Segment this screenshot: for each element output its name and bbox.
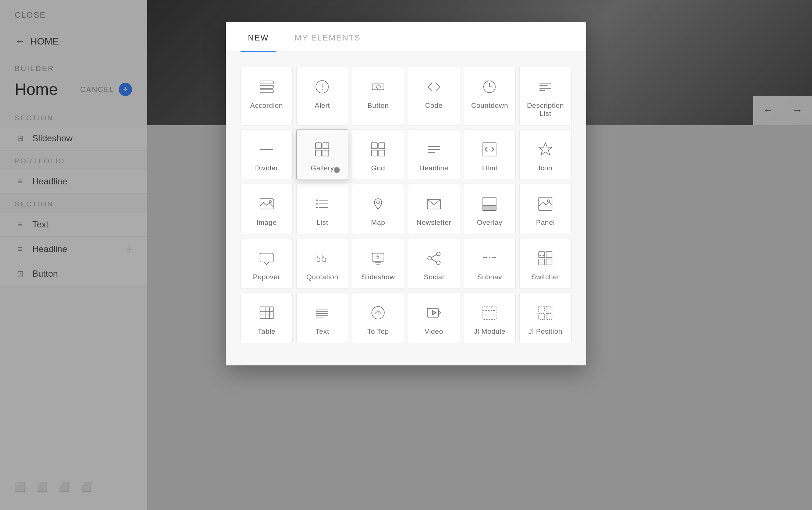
element-accordion[interactable]: Accordion	[241, 67, 293, 125]
description-list-icon	[536, 77, 555, 96]
popover-label: Popover	[253, 273, 280, 281]
tab-my-elements[interactable]: MY ELEMENTS	[287, 22, 368, 52]
code-label: Code	[425, 102, 442, 110]
svg-point-48	[428, 256, 431, 260]
element-jl-position[interactable]: Jl Position	[519, 293, 571, 343]
svg-rect-23	[371, 150, 377, 156]
svg-rect-0	[260, 81, 273, 84]
list-label: List	[317, 219, 328, 227]
tab-new[interactable]: NEW	[241, 22, 276, 52]
svg-rect-20	[323, 150, 329, 156]
table-icon	[257, 303, 276, 322]
element-html[interactable]: Html	[464, 129, 516, 180]
svg-rect-42	[539, 197, 552, 210]
svg-rect-79	[539, 306, 545, 312]
quotation-icon	[313, 249, 332, 268]
code-icon	[424, 77, 444, 96]
description-list-label: Description List	[523, 102, 567, 118]
svg-rect-57	[546, 252, 552, 258]
element-to-top[interactable]: To Top	[352, 293, 404, 343]
element-grid[interactable]: Grid	[352, 129, 404, 180]
svg-rect-24	[379, 150, 385, 156]
svg-marker-29	[539, 143, 552, 155]
overlay-label: Overlay	[477, 219, 502, 227]
modal-tabs: NEW MY ELEMENTS	[226, 22, 586, 52]
alert-label: Alert	[315, 102, 330, 110]
text-el-label: Text	[316, 327, 329, 336]
modal-overlay[interactable]: NEW MY ELEMENTS Accordion Alert	[0, 0, 812, 510]
countdown-icon	[480, 77, 499, 96]
popover-icon	[257, 249, 276, 268]
element-video[interactable]: Video	[408, 293, 460, 343]
accordion-label: Accordion	[250, 102, 283, 110]
map-label: Map	[371, 219, 385, 227]
element-quotation[interactable]: Quotation	[296, 238, 349, 289]
button-icon	[368, 77, 388, 96]
to-top-label: To Top	[367, 327, 389, 336]
element-panel[interactable]: Panel	[519, 184, 571, 234]
element-alert[interactable]: Alert	[296, 67, 349, 125]
modal-body: Accordion Alert Button	[226, 52, 586, 365]
slideshow-el-icon	[368, 249, 388, 268]
element-gallery[interactable]: Gallery	[296, 129, 349, 180]
svg-rect-76	[483, 306, 496, 319]
svg-rect-59	[546, 259, 552, 265]
cursor-indicator	[334, 167, 340, 173]
svg-rect-61	[260, 307, 273, 319]
svg-point-50	[437, 261, 440, 265]
element-headline[interactable]: Headline	[408, 129, 460, 180]
element-image[interactable]: Image	[241, 184, 293, 234]
svg-rect-21	[371, 143, 377, 149]
svg-point-36	[316, 207, 318, 208]
image-icon	[257, 194, 276, 213]
jl-module-icon	[480, 303, 499, 322]
switcher-label: Switcher	[531, 273, 560, 281]
panel-icon	[536, 194, 555, 213]
svg-line-52	[431, 259, 437, 262]
element-popover[interactable]: Popover	[241, 238, 293, 289]
svg-rect-80	[546, 306, 552, 312]
overlay-icon	[480, 194, 499, 213]
social-label: Social	[424, 273, 444, 281]
to-top-icon	[368, 303, 388, 322]
jl-module-label: Jl Module	[474, 327, 506, 336]
element-text[interactable]: Text	[296, 293, 349, 343]
headline-label: Headline	[419, 164, 448, 172]
svg-point-32	[316, 199, 318, 201]
divider-icon	[257, 140, 276, 159]
element-button[interactable]: Button	[352, 67, 404, 125]
accordion-icon	[257, 77, 276, 96]
svg-rect-41	[483, 205, 496, 210]
svg-point-38	[377, 201, 380, 204]
element-description-list[interactable]: Description List	[519, 67, 571, 125]
gallery-icon	[313, 140, 332, 159]
element-icon[interactable]: Icon	[519, 129, 571, 180]
element-countdown[interactable]: Countdown	[464, 67, 516, 125]
quotation-label: Quotation	[306, 273, 338, 281]
switcher-icon	[536, 249, 555, 268]
text-el-icon	[313, 303, 332, 322]
element-jl-module[interactable]: Jl Module	[464, 293, 516, 343]
add-element-modal: NEW MY ELEMENTS Accordion Alert	[226, 22, 586, 365]
element-list[interactable]: List	[296, 184, 349, 234]
social-icon	[424, 249, 444, 268]
jl-position-label: Jl Position	[528, 327, 562, 336]
html-label: Html	[482, 164, 497, 172]
slideshow-label: Slideshow	[362, 273, 395, 281]
element-switcher[interactable]: Switcher	[519, 238, 571, 289]
list-icon	[313, 194, 332, 213]
element-divider[interactable]: Divider	[241, 129, 293, 180]
svg-rect-17	[316, 143, 321, 149]
element-slideshow[interactable]: Slideshow	[352, 238, 404, 289]
map-icon	[368, 194, 388, 213]
subnav-label: Subnav	[477, 273, 502, 281]
element-table[interactable]: Table	[241, 293, 293, 343]
element-social[interactable]: Social	[408, 238, 460, 289]
element-code[interactable]: Code	[408, 67, 460, 125]
element-newsletter[interactable]: Newsletter	[408, 184, 460, 234]
element-overlay[interactable]: Overlay	[464, 184, 516, 234]
element-subnav[interactable]: Subnav	[464, 238, 516, 289]
element-map[interactable]: Map	[352, 184, 404, 234]
svg-point-31	[269, 201, 271, 203]
html-icon	[480, 140, 499, 159]
